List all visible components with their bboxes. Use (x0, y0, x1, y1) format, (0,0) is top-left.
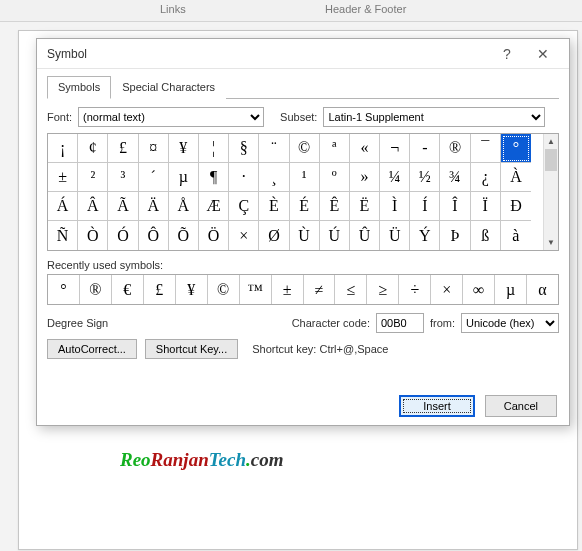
font-select[interactable]: (normal text) (78, 107, 264, 127)
recent-symbol-cell[interactable]: ° (48, 275, 80, 304)
symbol-cell[interactable]: Þ (440, 221, 470, 250)
recent-symbol-cell[interactable]: ∞ (463, 275, 495, 304)
symbol-cell[interactable]: - (410, 134, 440, 163)
symbol-cell[interactable]: ¢ (78, 134, 108, 163)
symbol-cell[interactable]: Ç (229, 192, 259, 221)
symbol-cell[interactable]: Ä (139, 192, 169, 221)
symbol-cell[interactable]: Ù (290, 221, 320, 250)
symbol-cell[interactable]: º (320, 163, 350, 192)
symbol-cell[interactable]: ¼ (380, 163, 410, 192)
recent-symbol-cell[interactable]: ÷ (399, 275, 431, 304)
symbol-cell[interactable]: à (501, 221, 531, 250)
recent-symbol-cell[interactable]: ± (272, 275, 304, 304)
symbol-cell[interactable]: ¾ (440, 163, 470, 192)
recent-symbol-cell[interactable]: ≤ (335, 275, 367, 304)
dialog-titlebar: Symbol ? ✕ (37, 39, 569, 69)
cancel-button[interactable]: Cancel (485, 395, 557, 417)
symbol-cell[interactable]: ± (48, 163, 78, 192)
symbol-cell[interactable]: ¿ (471, 163, 501, 192)
symbol-cell[interactable]: ´ (139, 163, 169, 192)
scroll-down-icon[interactable]: ▼ (544, 235, 558, 250)
symbol-cell[interactable]: ½ (410, 163, 440, 192)
recent-symbol-cell[interactable]: ® (80, 275, 112, 304)
recent-symbol-cell[interactable]: £ (144, 275, 176, 304)
symbol-cell[interactable]: Ô (139, 221, 169, 250)
symbol-cell[interactable]: Ñ (48, 221, 78, 250)
symbol-cell[interactable]: µ (169, 163, 199, 192)
recent-symbol-cell[interactable]: ≥ (367, 275, 399, 304)
insert-button[interactable]: Insert (399, 395, 475, 417)
symbol-cell[interactable]: ¯ (471, 134, 501, 163)
grid-scrollbar[interactable]: ▲ ▼ (543, 134, 558, 250)
symbol-cell[interactable]: Ã (108, 192, 138, 221)
symbol-cell[interactable]: ¦ (199, 134, 229, 163)
symbol-cell[interactable]: © (290, 134, 320, 163)
shortcut-key-button[interactable]: Shortcut Key... (145, 339, 238, 359)
autocorrect-button[interactable]: AutoCorrect... (47, 339, 137, 359)
symbol-cell[interactable]: £ (108, 134, 138, 163)
symbol-cell[interactable]: ³ (108, 163, 138, 192)
symbol-cell[interactable]: ¶ (199, 163, 229, 192)
symbol-cell[interactable]: Ø (259, 221, 289, 250)
recent-symbol-cell[interactable]: α (527, 275, 558, 304)
symbol-cell[interactable]: Ó (108, 221, 138, 250)
symbol-cell[interactable]: Û (350, 221, 380, 250)
symbol-cell[interactable]: ß (471, 221, 501, 250)
symbol-cell[interactable]: Ê (320, 192, 350, 221)
subset-select[interactable]: Latin-1 Supplement (323, 107, 545, 127)
symbol-cell[interactable]: Ö (199, 221, 229, 250)
symbol-cell[interactable]: ª (320, 134, 350, 163)
symbol-cell[interactable]: ¸ (259, 163, 289, 192)
symbol-cell[interactable]: ¤ (139, 134, 169, 163)
scroll-track[interactable] (544, 149, 558, 235)
symbol-cell[interactable]: ² (78, 163, 108, 192)
symbol-cell[interactable]: È (259, 192, 289, 221)
recent-symbol-cell[interactable]: © (208, 275, 240, 304)
symbol-cell[interactable]: » (350, 163, 380, 192)
tab-symbols[interactable]: Symbols (47, 76, 111, 99)
symbol-cell[interactable]: Ú (320, 221, 350, 250)
symbol-cell[interactable]: Ý (410, 221, 440, 250)
symbol-cell[interactable]: ¬ (380, 134, 410, 163)
symbol-cell[interactable]: ° (501, 134, 531, 163)
character-code-input[interactable] (376, 313, 424, 333)
symbol-cell[interactable]: Å (169, 192, 199, 221)
symbol-cell[interactable]: É (290, 192, 320, 221)
help-button[interactable]: ? (489, 39, 525, 69)
recent-symbol-cell[interactable]: × (431, 275, 463, 304)
symbol-cell[interactable]: Ð (501, 192, 531, 221)
recent-symbol-cell[interactable]: ¥ (176, 275, 208, 304)
symbol-cell[interactable]: « (350, 134, 380, 163)
symbol-cell[interactable]: Õ (169, 221, 199, 250)
symbol-cell[interactable]: ¹ (290, 163, 320, 192)
symbol-cell[interactable]: Ì (380, 192, 410, 221)
symbol-cell[interactable]: ¥ (169, 134, 199, 163)
close-button[interactable]: ✕ (525, 39, 561, 69)
symbol-cell[interactable]: § (229, 134, 259, 163)
shortcut-key-text: Shortcut key: Ctrl+@,Space (252, 343, 388, 355)
recent-symbol-cell[interactable]: ≠ (304, 275, 336, 304)
symbol-cell[interactable]: Í (410, 192, 440, 221)
symbol-cell[interactable]: Á (48, 192, 78, 221)
scroll-up-icon[interactable]: ▲ (544, 134, 558, 149)
symbol-cell[interactable]: Ü (380, 221, 410, 250)
symbol-cell[interactable]: Ë (350, 192, 380, 221)
symbol-cell[interactable]: ® (440, 134, 470, 163)
symbol-cell[interactable]: Ï (471, 192, 501, 221)
scroll-thumb[interactable] (545, 149, 557, 171)
symbol-cell[interactable]: ¡ (48, 134, 78, 163)
tab-special-characters[interactable]: Special Characters (111, 76, 226, 99)
from-select[interactable]: Unicode (hex) (461, 313, 559, 333)
symbol-cell[interactable]: Æ (199, 192, 229, 221)
symbol-cell[interactable]: ¨ (259, 134, 289, 163)
symbol-grid[interactable]: ¡¢£¤¥¦§¨©ª«¬-®¯°±²³´µ¶·¸¹º»¼½¾¿ÀÁÂÃÄÅÆÇÈ… (48, 134, 543, 250)
recent-symbol-cell[interactable]: ™ (240, 275, 272, 304)
symbol-cell[interactable]: Â (78, 192, 108, 221)
symbol-cell[interactable]: Î (440, 192, 470, 221)
symbol-cell[interactable]: Ò (78, 221, 108, 250)
recent-symbol-cell[interactable]: µ (495, 275, 527, 304)
symbol-cell[interactable]: · (229, 163, 259, 192)
symbol-cell[interactable]: × (229, 221, 259, 250)
symbol-cell[interactable]: À (501, 163, 531, 192)
recent-symbol-cell[interactable]: € (112, 275, 144, 304)
